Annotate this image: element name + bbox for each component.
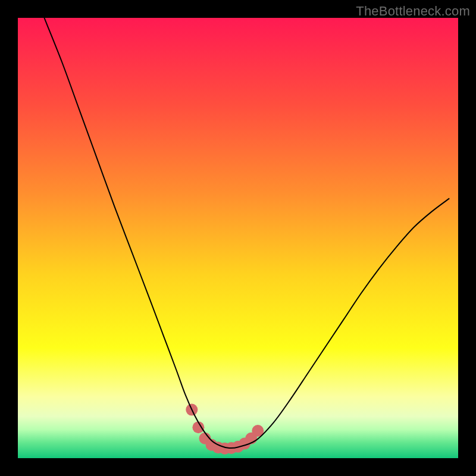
curve-layer [18,18,458,458]
chart-frame: TheBottleneck.com [0,0,476,476]
watermark-text: TheBottleneck.com [356,4,470,19]
bottleneck-curve [44,18,449,448]
plot-area [18,18,458,458]
